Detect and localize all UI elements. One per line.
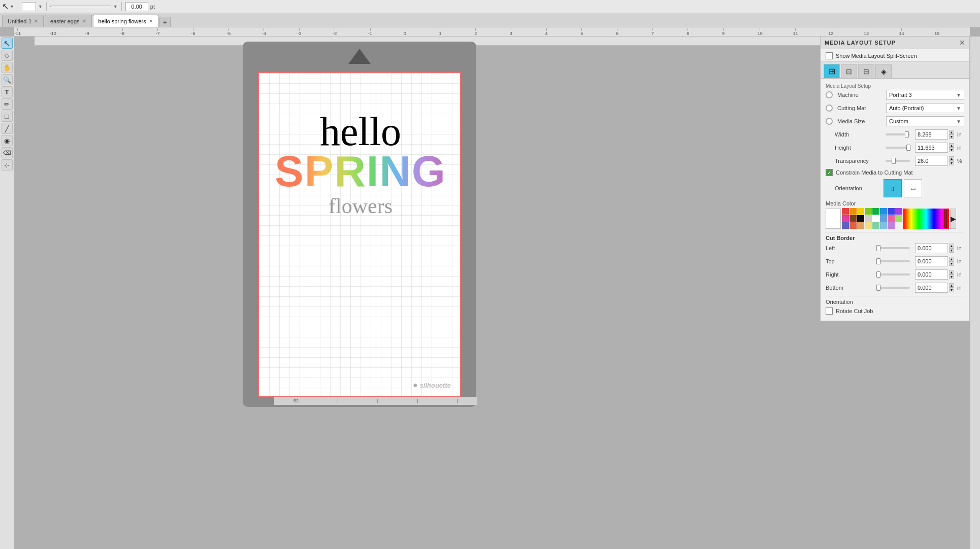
color-swatch[interactable] [865, 215, 872, 222]
cut-bottom-slider[interactable] [876, 287, 910, 289]
line-arrow[interactable]: ▼ [113, 4, 118, 9]
color-swatch[interactable] [850, 208, 857, 215]
tab-hello-spring-close[interactable]: ✕ [149, 18, 153, 24]
color-swatch[interactable] [888, 208, 895, 215]
tab-hello-spring[interactable]: hello spring flowers ✕ [93, 15, 158, 27]
transparency-slider[interactable] [886, 160, 910, 162]
cut-left-slider-thumb[interactable] [876, 245, 880, 251]
cut-bottom-stepper-down[interactable]: ▼ [949, 288, 954, 292]
width-stepper-down[interactable]: ▼ [949, 134, 954, 139]
show-media-checkbox[interactable] [826, 52, 833, 59]
cutting-mat-dropdown[interactable]: Auto (Portrait) ▼ [886, 103, 964, 113]
shape-selector[interactable] [22, 2, 36, 11]
rotate-cut-checkbox[interactable] [826, 307, 833, 315]
transparency-input[interactable]: 26.0 [915, 156, 948, 166]
cut-bottom-slider-thumb[interactable] [876, 285, 880, 291]
tool-arrow[interactable]: ↖ ▼ [2, 2, 14, 11]
select-tool[interactable]: ↖ [2, 38, 13, 49]
cut-left-input[interactable]: 0.000 [915, 243, 948, 253]
color-swatch[interactable] [895, 208, 902, 215]
white-swatch[interactable] [826, 209, 841, 229]
cut-bottom-stepper-up[interactable]: ▲ [949, 283, 954, 288]
width-slider-thumb[interactable] [905, 131, 909, 138]
cut-bottom-input[interactable]: 0.000 [915, 283, 948, 293]
cut-left-stepper-up[interactable]: ▲ [949, 244, 954, 248]
color-swatch[interactable] [865, 222, 872, 229]
zoom-tool[interactable]: 🔍 [2, 74, 13, 85]
color-swatch[interactable] [842, 222, 849, 229]
color-swatch[interactable] [888, 215, 895, 222]
width-input[interactable]: 8.268 [915, 129, 948, 140]
position-value[interactable]: 0.00 [125, 2, 148, 11]
tab-untitled[interactable]: Untitled-1 ✕ [2, 15, 44, 27]
icon-tab-cut[interactable]: ⊟ [858, 64, 874, 78]
color-swatch[interactable] [842, 208, 849, 215]
height-stepper-down[interactable]: ▼ [949, 148, 954, 152]
color-swatch[interactable] [880, 208, 887, 215]
line-thickness-control[interactable] [50, 6, 111, 7]
tab-add-button[interactable]: + [159, 17, 171, 27]
cut-top-stepper-up[interactable]: ▲ [949, 257, 954, 261]
fill-tool[interactable]: ◉ [2, 135, 13, 146]
color-swatch[interactable] [880, 215, 887, 222]
shape-arrow[interactable]: ▼ [38, 4, 43, 9]
cut-top-slider[interactable] [876, 260, 910, 262]
cut-right-stepper-down[interactable]: ▼ [949, 274, 954, 279]
cut-right-input[interactable]: 0.000 [915, 269, 948, 280]
spectrum-arrow[interactable]: ▶ [950, 209, 956, 229]
width-stepper-up[interactable]: ▲ [949, 130, 954, 134]
machine-dropdown[interactable]: Portrait 3 ▼ [886, 90, 964, 100]
draw-tool[interactable]: ✏ [2, 98, 13, 110]
color-swatch[interactable] [872, 208, 879, 215]
panel-close-button[interactable]: ✕ [959, 39, 965, 47]
landscape-button[interactable]: ▭ [904, 179, 922, 197]
portrait-button[interactable]: ▯ [884, 179, 902, 197]
constrain-checkbox[interactable]: ✓ [826, 169, 833, 176]
color-swatch[interactable] [895, 215, 902, 222]
color-swatch[interactable] [880, 222, 887, 229]
cut-top-slider-thumb[interactable] [876, 258, 880, 264]
cut-right-slider[interactable] [876, 273, 910, 276]
spectrum-bar[interactable] [903, 209, 949, 229]
transparency-slider-thumb[interactable] [892, 158, 896, 164]
spectrum-thumb[interactable] [944, 210, 947, 228]
crop-tool[interactable]: ⊹ [2, 159, 13, 170]
shape-tool[interactable]: □ [2, 111, 13, 122]
cut-left-stepper-down[interactable]: ▼ [949, 248, 954, 253]
color-swatch[interactable] [865, 208, 872, 215]
color-swatch[interactable] [842, 215, 849, 222]
width-slider[interactable] [886, 133, 910, 135]
color-swatch[interactable] [872, 222, 879, 229]
right-scroll[interactable] [970, 37, 980, 549]
tab-easter-eggs-close[interactable]: ✕ [82, 18, 86, 24]
cut-top-stepper-down[interactable]: ▼ [949, 261, 954, 266]
pan-tool[interactable]: ✋ [2, 62, 13, 73]
color-swatch[interactable] [888, 222, 895, 229]
tab-untitled-close[interactable]: ✕ [34, 18, 38, 24]
color-swatch[interactable] [872, 215, 879, 222]
color-swatch[interactable] [857, 208, 864, 215]
cut-top-input[interactable]: 0.000 [915, 256, 948, 266]
cut-right-slider-thumb[interactable] [876, 271, 880, 278]
height-input[interactable]: 11.693 [915, 143, 948, 153]
line-tool[interactable]: ╱ [2, 123, 13, 134]
eraser-tool[interactable]: ⌫ [2, 147, 13, 158]
color-swatch[interactable] [850, 222, 857, 229]
icon-tab-media[interactable]: ⊞ [824, 64, 840, 78]
node-tool[interactable]: ◇ [2, 50, 13, 61]
icon-tab-layout[interactable]: ⊡ [841, 64, 857, 78]
height-slider-thumb[interactable] [906, 145, 910, 151]
text-tool[interactable]: T [2, 86, 13, 97]
transparency-stepper-up[interactable]: ▲ [949, 156, 954, 161]
color-swatch[interactable] [850, 215, 857, 222]
media-size-dropdown[interactable]: Custom ▼ [886, 116, 964, 126]
cut-right-stepper-up[interactable]: ▲ [949, 270, 954, 274]
height-slider[interactable] [886, 147, 910, 149]
transparency-stepper-down[interactable]: ▼ [949, 161, 954, 165]
tab-easter-eggs[interactable]: easter eggs ✕ [45, 15, 91, 27]
color-swatch[interactable] [857, 215, 864, 222]
height-stepper-up[interactable]: ▲ [949, 143, 954, 148]
icon-tab-settings[interactable]: ◈ [875, 64, 892, 78]
cut-left-slider[interactable] [876, 247, 910, 249]
color-swatch[interactable] [857, 222, 864, 229]
